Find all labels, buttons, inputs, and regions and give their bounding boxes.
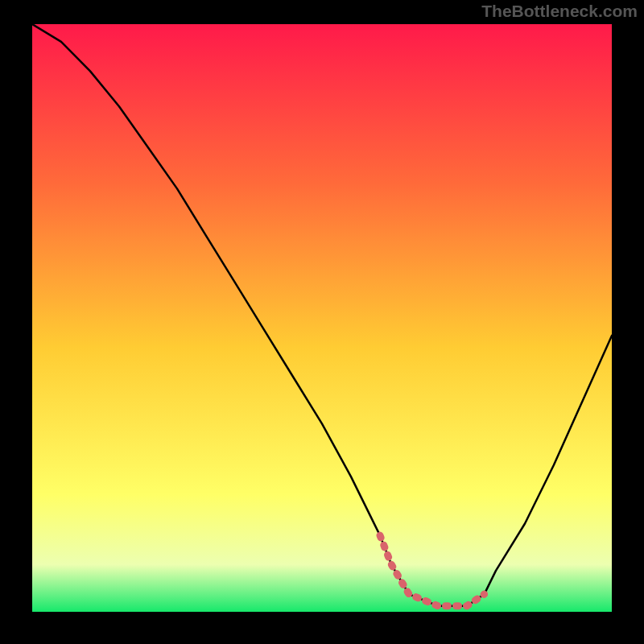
chart-svg bbox=[32, 24, 612, 612]
watermark-text: TheBottleneck.com bbox=[481, 2, 638, 21]
plot-area bbox=[32, 24, 612, 612]
chart-frame: TheBottleneck.com bbox=[0, 0, 644, 644]
